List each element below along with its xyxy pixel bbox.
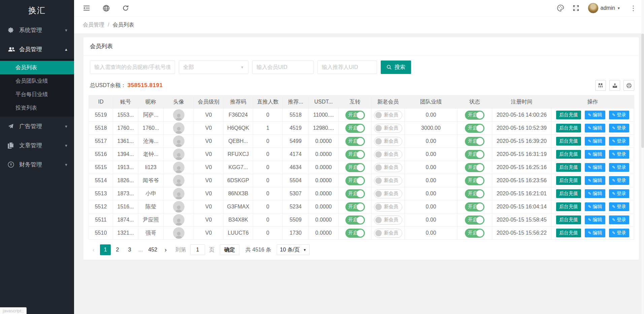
status-toggle[interactable]: 开启 [465, 150, 484, 159]
transfer-toggle[interactable]: 开启 [345, 189, 365, 198]
export-button[interactable] [609, 80, 620, 91]
sidebar-item-member-list[interactable]: 会员列表 [0, 61, 74, 74]
recharge-button[interactable]: 后台充值 [556, 202, 581, 211]
referrer-uid-input[interactable] [317, 61, 377, 74]
login-button[interactable]: ✎登录 [609, 111, 629, 119]
status-toggle[interactable]: 开启 [465, 124, 484, 133]
login-button[interactable]: ✎登录 [609, 137, 629, 146]
sidebar-item-system[interactable]: 系统管理 ▼ [0, 21, 74, 40]
transfer-toggle[interactable]: 开启 [345, 124, 365, 133]
sidebar-item-articles[interactable]: 文章管理 ▼ [0, 136, 74, 155]
recharge-button[interactable]: 后台充值 [556, 124, 581, 132]
edit-button[interactable]: ✎编辑 [585, 215, 605, 224]
transfer-toggle[interactable]: 开启 [345, 150, 365, 159]
recharge-button[interactable]: 后台充值 [556, 229, 581, 237]
page-scrollbar[interactable] [641, 0, 644, 314]
sidebar-item-finance[interactable]: ¥ 财务管理 ▼ [0, 155, 74, 174]
status-toggle[interactable]: 开启 [465, 189, 484, 198]
print-button[interactable] [623, 80, 634, 91]
filter-columns-button[interactable] [595, 80, 606, 91]
edit-button[interactable]: ✎编辑 [585, 150, 605, 159]
member-type-toggle[interactable]: 新会员 [374, 215, 402, 225]
search-button[interactable]: 搜索 [381, 61, 411, 74]
login-button[interactable]: ✎登录 [609, 176, 629, 185]
refresh-icon[interactable] [122, 4, 129, 12]
sidebar-item-invest-list[interactable]: 投资列表 [0, 101, 74, 115]
more-menu-icon[interactable]: ⋮ [629, 4, 638, 12]
toggle-knob [476, 164, 483, 171]
page-unit-label: 页 [209, 246, 214, 253]
member-type-toggle[interactable]: 新会员 [374, 111, 402, 120]
scrollbar-thumb[interactable] [641, 34, 644, 148]
status-toggle[interactable]: 开启 [465, 202, 484, 211]
theme-palette-icon[interactable] [557, 4, 564, 12]
transfer-toggle[interactable]: 开启 [345, 111, 365, 120]
recharge-button[interactable]: 后台充值 [556, 215, 581, 224]
edit-button[interactable]: ✎编辑 [585, 124, 605, 132]
edit-button[interactable]: ✎编辑 [585, 111, 605, 119]
fullscreen-icon[interactable] [572, 4, 580, 12]
edit-button[interactable]: ✎编辑 [585, 176, 605, 185]
member-type-toggle[interactable]: 新会员 [374, 163, 402, 172]
type-select[interactable]: 全部 ▼ [179, 61, 248, 74]
sidebar-item-ads[interactable]: 广告管理 ▼ [0, 117, 74, 136]
member-type-toggle[interactable]: 新会员 [374, 137, 402, 146]
status-toggle[interactable]: 开启 [465, 229, 484, 238]
login-button[interactable]: ✎登录 [609, 229, 629, 237]
sidebar-item-members[interactable]: 会员管理 ▲ [0, 40, 74, 59]
keyword-input[interactable] [90, 61, 175, 74]
transfer-toggle[interactable]: 开启 [345, 215, 365, 225]
avatar[interactable] [588, 3, 599, 13]
member-type-toggle[interactable]: 新会员 [374, 202, 402, 211]
status-toggle[interactable]: 开启 [465, 163, 484, 172]
goto-page-input[interactable] [190, 244, 205, 255]
sidebar-item-member-team[interactable]: 会员团队业绩 [0, 74, 74, 88]
table-header: ID 账号 昵称 头像 会员级别 推荐码 直推人数 推荐... USDT... … [89, 95, 634, 109]
edit-button[interactable]: ✎编辑 [585, 229, 605, 237]
uid-input[interactable] [252, 61, 314, 74]
edit-button[interactable]: ✎编辑 [585, 189, 605, 198]
member-type-toggle[interactable]: 新会员 [374, 229, 402, 238]
recharge-button[interactable]: 后台充值 [556, 111, 581, 119]
sidebar-item-platform-daily[interactable]: 平台每日业绩 [0, 88, 74, 101]
collapse-menu-icon[interactable] [83, 4, 90, 12]
transfer-toggle[interactable]: 开启 [345, 137, 365, 146]
user-menu[interactable]: admin ▼ [588, 3, 620, 13]
transfer-toggle[interactable]: 开启 [345, 229, 365, 238]
member-type-toggle[interactable]: 新会员 [374, 150, 402, 159]
member-type-toggle[interactable]: 新会员 [374, 176, 402, 185]
member-type-toggle[interactable]: 新会员 [374, 189, 402, 198]
login-button[interactable]: ✎登录 [609, 150, 629, 159]
login-button[interactable]: ✎登录 [609, 189, 629, 198]
prev-page-button[interactable]: ‹ [89, 244, 99, 255]
recharge-button[interactable]: 后台充值 [556, 163, 581, 172]
page-1[interactable]: 1 [100, 244, 111, 255]
status-toggle[interactable]: 开启 [465, 176, 484, 185]
status-toggle[interactable]: 开启 [465, 215, 484, 225]
login-button[interactable]: ✎登录 [609, 202, 629, 211]
page-size-select[interactable]: 10 条/页 ▼ [277, 244, 310, 255]
globe-icon[interactable] [102, 4, 110, 12]
recharge-button[interactable]: 后台充值 [556, 176, 581, 185]
edit-button[interactable]: ✎编辑 [585, 137, 605, 146]
transfer-toggle[interactable]: 开启 [345, 163, 365, 172]
recharge-button[interactable]: 后台充值 [556, 137, 581, 146]
transfer-toggle[interactable]: 开启 [345, 202, 365, 211]
member-type-toggle[interactable]: 新会员 [374, 124, 402, 133]
goto-confirm-button[interactable]: 确定 [220, 244, 239, 255]
status-toggle[interactable]: 开启 [465, 137, 484, 146]
recharge-button[interactable]: 后台充值 [556, 189, 581, 198]
edit-button[interactable]: ✎编辑 [585, 163, 605, 172]
status-toggle[interactable]: 开启 [465, 111, 484, 120]
transfer-toggle[interactable]: 开启 [345, 176, 365, 185]
page-last[interactable]: 452 [146, 244, 159, 255]
next-page-button[interactable]: › [161, 244, 171, 255]
page-2[interactable]: 2 [112, 244, 123, 255]
login-button[interactable]: ✎登录 [609, 163, 629, 172]
login-button[interactable]: ✎登录 [609, 124, 629, 132]
breadcrumb-parent[interactable]: 会员管理 [83, 22, 104, 29]
login-button[interactable]: ✎登录 [609, 215, 629, 224]
edit-button[interactable]: ✎编辑 [585, 202, 605, 211]
page-3[interactable]: 3 [124, 244, 135, 255]
recharge-button[interactable]: 后台充值 [556, 150, 581, 159]
